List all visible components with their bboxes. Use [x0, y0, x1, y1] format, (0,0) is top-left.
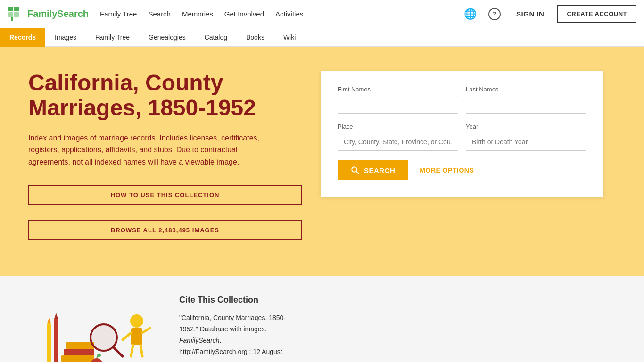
- last-names-label: Last Names: [466, 86, 586, 93]
- svg-rect-4: [11, 17, 13, 21]
- nav-memories[interactable]: Memories: [182, 10, 213, 18]
- year-label: Year: [466, 123, 586, 130]
- cite-line2: 1952." Database with images.: [179, 325, 267, 333]
- sub-navigation: Records Images Family Tree Genealogies C…: [0, 28, 644, 47]
- svg-rect-12: [54, 319, 58, 362]
- last-names-input[interactable]: [466, 96, 586, 114]
- help-icon: ?: [488, 8, 501, 20]
- search-actions: SEARCH MORE OPTIONS: [338, 160, 586, 180]
- cite-italic: FamilySearch: [179, 337, 220, 344]
- svg-rect-3: [14, 12, 19, 17]
- svg-line-18: [123, 333, 131, 340]
- svg-marker-13: [54, 313, 58, 319]
- svg-point-24: [97, 354, 101, 357]
- year-input[interactable]: [466, 133, 586, 151]
- illustration-icon: [28, 295, 160, 362]
- more-options-button[interactable]: MORE OPTIONS: [420, 166, 474, 174]
- nav-family-tree[interactable]: Family Tree: [100, 10, 137, 18]
- collection-title: California, County Marriages, 1850-1952: [28, 71, 302, 121]
- first-names-input[interactable]: [338, 96, 458, 114]
- subnav-books[interactable]: Books: [237, 28, 274, 47]
- globe-language-button[interactable]: 🌐: [462, 6, 479, 23]
- svg-rect-17: [131, 328, 142, 345]
- browse-all-images-button[interactable]: BROWSE ALL 2,480,495 IMAGES: [28, 220, 302, 240]
- svg-rect-7: [66, 342, 94, 349]
- help-button[interactable]: ?: [486, 6, 503, 23]
- svg-line-15: [114, 347, 123, 356]
- svg-line-21: [140, 345, 142, 356]
- search-button[interactable]: SEARCH: [338, 160, 408, 180]
- last-names-group: Last Names: [466, 86, 586, 114]
- cite-section: Cite This Collection "California, County…: [179, 295, 616, 362]
- globe-icon: 🌐: [464, 8, 477, 20]
- create-account-button[interactable]: CREATE ACCOUNT: [557, 5, 636, 23]
- place-group: Place: [338, 123, 458, 151]
- sign-in-button[interactable]: SIGN IN: [511, 6, 550, 22]
- how-to-use-button[interactable]: HOW TO USE THIS COLLECTION: [28, 185, 302, 205]
- svg-rect-9: [61, 355, 94, 362]
- bottom-section: Cite This Collection "California, County…: [0, 276, 644, 362]
- first-names-label: First Names: [338, 86, 458, 93]
- subnav-wiki[interactable]: Wiki: [274, 28, 305, 47]
- familysearch-logo-icon: [8, 6, 25, 23]
- search-name-row: First Names Last Names: [338, 86, 586, 114]
- first-names-group: First Names: [338, 86, 458, 114]
- svg-line-6: [356, 172, 359, 174]
- search-card: First Names Last Names Place Year: [321, 71, 603, 197]
- place-input[interactable]: [338, 133, 458, 151]
- svg-rect-0: [8, 7, 13, 11]
- cite-line3: http://FamilySearch.org : 12 August: [179, 348, 282, 355]
- hero-section: California, County Marriages, 1850-1952 …: [0, 47, 644, 276]
- illustration-area: [28, 295, 160, 362]
- cite-line1: "California, County Marriages, 1850-: [179, 314, 286, 321]
- nav-get-involved[interactable]: Get Involved: [224, 10, 264, 18]
- place-label: Place: [338, 123, 458, 130]
- subnav-genealogies[interactable]: Genealogies: [139, 28, 195, 47]
- svg-rect-8: [64, 349, 94, 355]
- nav-right: 🌐 ? SIGN IN CREATE ACCOUNT: [462, 5, 636, 23]
- svg-marker-11: [47, 318, 51, 323]
- cite-text: "California, County Marriages, 1850- 195…: [179, 313, 616, 357]
- logo-text: FamilySearch: [27, 8, 89, 19]
- subnav-records[interactable]: Records: [0, 28, 45, 47]
- subnav-family-tree[interactable]: Family Tree: [86, 28, 139, 47]
- search-button-label: SEARCH: [364, 166, 395, 174]
- cite-title: Cite This Collection: [179, 295, 616, 305]
- year-group: Year: [466, 123, 586, 151]
- svg-rect-10: [47, 323, 51, 362]
- hero-left-content: California, County Marriages, 1850-1952 …: [28, 71, 302, 248]
- logo[interactable]: FamilySearch: [8, 6, 89, 23]
- nav-activities[interactable]: Activities: [275, 10, 303, 18]
- search-icon: [351, 166, 359, 174]
- top-navigation: FamilySearch Family Tree Search Memories…: [0, 0, 644, 28]
- collection-description: Index and images of marriage records. In…: [28, 132, 264, 168]
- search-place-year-row: Place Year: [338, 123, 586, 151]
- svg-rect-2: [8, 12, 13, 17]
- main-nav: Family Tree Search Memories Get Involved…: [100, 10, 462, 18]
- subnav-catalog[interactable]: Catalog: [195, 28, 237, 47]
- nav-search[interactable]: Search: [148, 10, 171, 18]
- svg-line-19: [142, 328, 150, 333]
- svg-point-16: [130, 314, 143, 328]
- svg-line-20: [131, 345, 133, 356]
- subnav-images[interactable]: Images: [45, 28, 86, 47]
- svg-rect-1: [14, 7, 19, 11]
